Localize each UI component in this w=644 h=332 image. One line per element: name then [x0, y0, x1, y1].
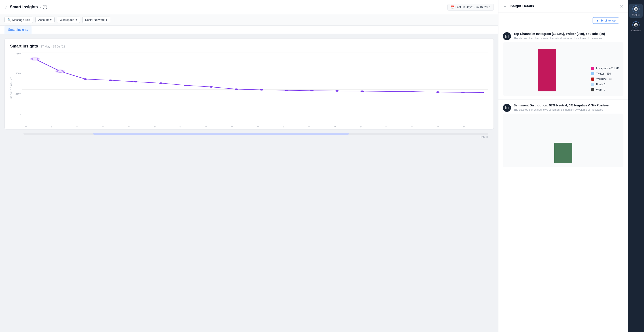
sentiment-section: Sentiment Distribution: 97% Neutral, 0% …	[498, 100, 628, 171]
svg-rect-22	[507, 36, 507, 38]
chevron-down-icon[interactable]: ▾	[40, 6, 41, 9]
insights-card: Smart Insights 17 May - 15 Jul '21 MESSA…	[4, 38, 494, 129]
x-label-hollow: #hollow	[282, 126, 302, 128]
legend-label-print: Print - 2	[596, 83, 606, 86]
y-axis-labels: 750K 500K 250K 0	[11, 52, 21, 115]
info-icon[interactable]: ℹ	[43, 5, 47, 10]
legend-dot-web	[591, 88, 594, 91]
workspace-filter[interactable]: Workspace ▾	[57, 17, 80, 23]
x-label-followback: #followforfollowback	[437, 126, 456, 128]
star-icon[interactable]: ☆	[4, 5, 8, 10]
y-label-500k: 500K	[11, 72, 21, 75]
legend-label-instagram: Instagram - 631.9K	[596, 67, 619, 70]
chart-scrollbar[interactable]	[24, 133, 488, 135]
page-title: Smart Insights	[10, 5, 38, 10]
x-label-viral: #viral	[128, 126, 147, 128]
legend-print: Print - 2	[591, 83, 619, 86]
account-filter[interactable]: Account ▾	[35, 17, 54, 23]
y-label-250k: 250K	[11, 92, 21, 95]
svg-point-20	[480, 92, 484, 93]
insight-panel: ← Insight Details ✕ ▲ Scroll to top Top …	[498, 0, 628, 332]
svg-point-9	[209, 86, 213, 88]
panel-close-button[interactable]: ✕	[620, 4, 624, 9]
svg-point-3	[55, 69, 65, 73]
sidebar-item-overview[interactable]: Overview	[629, 20, 643, 34]
channels-chart: Instagram - 631.9K Twitter - 360 YouTube…	[503, 42, 624, 96]
date-range-picker[interactable]: 📅 Last 30 Days: Jun 16, 2021	[448, 4, 494, 11]
svg-rect-26	[508, 107, 508, 109]
scroll-to-top-button[interactable]: ▲ Scroll to top	[592, 17, 619, 24]
chart-inner: 750K 500K 250K 0	[22, 52, 488, 115]
search-icon: 🔍	[8, 18, 11, 22]
social-network-filter[interactable]: Social Network ▾	[82, 17, 110, 23]
x-label-bts: #bts	[256, 126, 276, 128]
legend-label-web: Web - 1	[596, 88, 606, 91]
panel-back-button[interactable]: ←	[503, 4, 507, 9]
sentiment-bar-area	[507, 118, 619, 163]
date-range-label: Last 30 Days: Jun 16, 2021	[456, 5, 491, 9]
svg-point-5	[109, 80, 112, 81]
tab-smart-insights[interactable]: Smart Insights	[4, 26, 32, 34]
svg-point-4	[84, 78, 87, 80]
chart-scrollbar-thumb[interactable]	[93, 133, 349, 135]
sidebar-insights-label: Insights	[632, 14, 640, 16]
overview-icon	[632, 21, 640, 29]
y-label-750k: 750K	[11, 52, 21, 55]
x-label-photography: #photography	[205, 126, 224, 128]
svg-point-18	[436, 91, 440, 93]
sentiment-subtitle: The stacked bar chart shows sentiment di…	[514, 108, 624, 111]
sentiment-bar	[554, 143, 572, 163]
legend-instagram: Instagram - 631.9K	[591, 67, 619, 70]
svg-point-19	[461, 92, 465, 93]
panel-title: Insight Details	[510, 4, 617, 8]
filter-bar: 🔍 Message Text Account ▾ Workspace ▾ Soc…	[0, 14, 498, 26]
hashtag-axis-label: HASHT	[24, 135, 488, 138]
sidebar-overview-label: Overview	[631, 29, 641, 32]
x-label-instagood: #instagood	[102, 126, 122, 128]
svg-point-6	[134, 81, 138, 82]
legend-label-twitter: Twitter - 360	[596, 72, 611, 75]
legend-dot-twitter	[591, 72, 594, 75]
x-label-trending: #trending	[154, 126, 173, 128]
insights-card-date: 17 May - 15 Jul '21	[41, 45, 65, 48]
social-network-chevron-icon: ▾	[106, 18, 107, 22]
x-label-explore: #explore	[359, 126, 379, 128]
svg-point-14	[335, 90, 339, 92]
svg-rect-23	[508, 35, 508, 38]
message-text-filter[interactable]: 🔍 Message Text	[4, 17, 33, 23]
y-label-0: 0	[11, 112, 21, 115]
svg-point-30	[636, 25, 636, 26]
x-label-instagram: #instagram	[24, 126, 44, 128]
channels-icon	[503, 32, 511, 40]
sentiment-chart	[503, 114, 624, 167]
legend-twitter: Twitter - 360	[591, 72, 619, 75]
sentiment-icon	[503, 104, 511, 112]
insights-icon	[632, 5, 640, 13]
insights-card-header: Smart Insights 17 May - 15 Jul '21	[10, 44, 488, 49]
svg-point-12	[285, 90, 289, 91]
svg-rect-24	[505, 106, 506, 109]
insights-card-title: Smart Insights	[10, 44, 38, 49]
header: ☆ Smart Insights ▾ ℹ 📅 Last 30 Days: Jun…	[0, 0, 498, 14]
legend-dot-youtube	[591, 78, 594, 81]
svg-point-13	[310, 90, 314, 91]
x-axis-labels: #instagram #music #love #instagood #vira…	[22, 126, 488, 128]
sidebar-item-insights[interactable]: Insights	[629, 4, 643, 18]
scroll-to-top-label: Scroll to top	[600, 19, 616, 22]
x-label-photoof: #photoof	[462, 126, 482, 128]
svg-point-28	[635, 8, 636, 10]
legend-dot-print	[591, 83, 594, 86]
svg-point-17	[411, 91, 414, 92]
channels-title: Top Channels: Instagram (631.9K), Twitte…	[514, 32, 624, 36]
svg-point-16	[386, 91, 389, 92]
social-network-label: Social Network	[85, 18, 105, 22]
page-body[interactable]: Smart Insights 17 May - 15 Jul '21 MESSA…	[0, 34, 498, 332]
x-label-hike: #hike	[411, 126, 431, 128]
x-label-love: #love	[76, 126, 96, 128]
workspace-label: Workspace	[60, 18, 74, 22]
svg-point-15	[360, 90, 364, 92]
chart-svg	[22, 52, 488, 108]
sentiment-text: Sentiment Distribution: 97% Neutral, 0% …	[514, 103, 624, 111]
header-title-group: ☆ Smart Insights ▾ ℹ	[4, 5, 47, 10]
legend-youtube: YouTube - 39	[591, 78, 619, 81]
